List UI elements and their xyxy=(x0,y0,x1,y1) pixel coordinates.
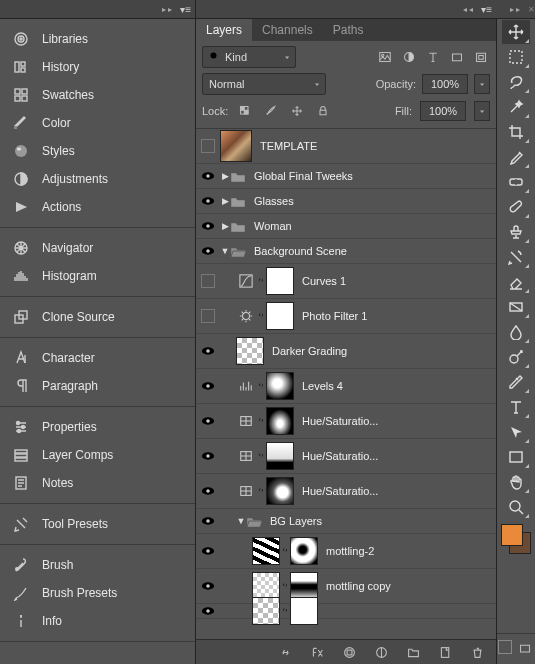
visibility-toggle[interactable] xyxy=(201,274,215,288)
layer-row[interactable]: mottling-2 xyxy=(196,534,496,569)
tool-brush[interactable] xyxy=(502,195,530,219)
disclosure-icon[interactable]: ▶ xyxy=(220,196,230,206)
tool-pen[interactable] xyxy=(502,370,530,394)
quick-mask-icon[interactable] xyxy=(498,640,512,654)
visibility-icon[interactable] xyxy=(201,486,215,496)
tool-magic-wand[interactable] xyxy=(502,95,530,119)
visibility-icon[interactable] xyxy=(201,606,215,616)
layer-row[interactable]: ▶Glasses xyxy=(196,189,496,214)
filter-smart-icon[interactable] xyxy=(472,48,490,66)
tool-gradient[interactable] xyxy=(502,295,530,319)
visibility-icon[interactable] xyxy=(201,171,215,181)
layer-name[interactable]: Global Final Tweeks xyxy=(254,170,353,182)
tab-channels[interactable]: Channels xyxy=(252,19,323,41)
tool-marquee[interactable] xyxy=(502,45,530,69)
tool-zoom[interactable] xyxy=(502,495,530,519)
tool-lasso[interactable] xyxy=(502,70,530,94)
tool-dodge[interactable] xyxy=(502,345,530,369)
layer-thumb[interactable] xyxy=(236,337,264,365)
collapse-icon[interactable]: ▸▸ xyxy=(162,5,174,14)
layer-mask-thumb[interactable] xyxy=(266,407,294,435)
visibility-icon[interactable] xyxy=(201,416,215,426)
visibility-icon[interactable] xyxy=(201,381,215,391)
layer-mask-thumb[interactable] xyxy=(290,597,318,625)
visibility-icon[interactable] xyxy=(201,581,215,591)
layer-style-icon[interactable] xyxy=(308,643,326,661)
delete-layer-icon[interactable] xyxy=(468,643,486,661)
layer-name[interactable]: TEMPLATE xyxy=(260,140,317,152)
layer-name[interactable]: Photo Filter 1 xyxy=(302,310,367,322)
sidebar-item-histogram[interactable]: Histogram xyxy=(0,262,195,290)
filter-type-icon[interactable] xyxy=(424,48,442,66)
layer-tree[interactable]: TEMPLATE▶Global Final Tweeks▶Glasses▶Wom… xyxy=(196,129,496,639)
tool-crop[interactable] xyxy=(502,120,530,144)
tool-hand[interactable] xyxy=(502,470,530,494)
layer-mask-icon[interactable] xyxy=(340,643,358,661)
layer-name[interactable]: Hue/Saturatio... xyxy=(302,415,378,427)
disclosure-icon[interactable]: ▼ xyxy=(220,246,230,256)
lock-transparent-icon[interactable] xyxy=(236,102,254,120)
layer-mask-thumb[interactable] xyxy=(266,267,294,295)
sidebar-item-color[interactable]: Color xyxy=(0,109,195,137)
sidebar-item-tool-presets[interactable]: Tool Presets xyxy=(0,510,195,538)
layer-thumb[interactable] xyxy=(252,572,280,600)
tab-paths[interactable]: Paths xyxy=(323,19,374,41)
layer-mask-thumb[interactable] xyxy=(266,302,294,330)
lock-pixels-icon[interactable] xyxy=(262,102,280,120)
panel-menu-icon[interactable]: ▾≡ xyxy=(180,4,191,15)
sidebar-item-layer-comps[interactable]: Layer Comps xyxy=(0,441,195,469)
tool-shape[interactable] xyxy=(502,445,530,469)
layer-row[interactable]: ▼Background Scene xyxy=(196,239,496,264)
tool-eraser[interactable] xyxy=(502,270,530,294)
layer-row[interactable]: Hue/Saturatio... xyxy=(196,439,496,474)
layer-name[interactable]: Glasses xyxy=(254,195,294,207)
layer-name[interactable]: Darker Grading xyxy=(272,345,347,357)
layer-name[interactable]: Hue/Saturatio... xyxy=(302,450,378,462)
layer-mask-thumb[interactable] xyxy=(266,477,294,505)
sidebar-item-brush-presets[interactable]: Brush Presets xyxy=(0,579,195,607)
lock-position-icon[interactable] xyxy=(288,102,306,120)
layer-name[interactable]: Curves 1 xyxy=(302,275,346,287)
tool-move[interactable] xyxy=(502,20,530,44)
sidebar-item-paragraph[interactable]: Paragraph xyxy=(0,372,195,400)
collapse-icon[interactable]: ▸▸ xyxy=(510,5,522,14)
layer-name[interactable]: Hue/Saturatio... xyxy=(302,485,378,497)
screen-mode-icon[interactable] xyxy=(516,640,534,658)
layer-name[interactable]: mottling copy xyxy=(326,580,391,592)
layer-row[interactable]: ▶Woman xyxy=(196,214,496,239)
visibility-icon[interactable] xyxy=(201,196,215,206)
fill-value[interactable]: 100% xyxy=(420,101,466,121)
layer-name[interactable]: BG Layers xyxy=(270,515,322,527)
layer-thumb[interactable] xyxy=(252,597,280,625)
visibility-icon[interactable] xyxy=(201,546,215,556)
layer-row[interactable]: Hue/Saturatio... xyxy=(196,474,496,509)
lock-all-icon[interactable] xyxy=(314,102,332,120)
sidebar-item-properties[interactable]: Properties xyxy=(0,413,195,441)
opacity-flyout[interactable]: ▾ xyxy=(474,74,490,94)
foreground-color-swatch[interactable] xyxy=(501,524,523,546)
layer-name[interactable]: mottling-2 xyxy=(326,545,374,557)
sidebar-item-swatches[interactable]: Swatches xyxy=(0,81,195,109)
filter-adjust-icon[interactable] xyxy=(400,48,418,66)
tool-healing[interactable] xyxy=(502,170,530,194)
tool-history-brush[interactable] xyxy=(502,245,530,269)
sidebar-item-navigator[interactable]: Navigator xyxy=(0,234,195,262)
collapse-icon[interactable]: ◂◂ xyxy=(463,5,475,14)
layer-row[interactable]: ▶Global Final Tweeks xyxy=(196,164,496,189)
layer-row[interactable]: ▼BG Layers xyxy=(196,509,496,534)
visibility-icon[interactable] xyxy=(201,246,215,256)
sidebar-item-brush[interactable]: Brush xyxy=(0,551,195,579)
tool-blur[interactable] xyxy=(502,320,530,344)
link-layers-icon[interactable] xyxy=(276,643,294,661)
disclosure-icon[interactable]: ▼ xyxy=(236,516,246,526)
sidebar-item-actions[interactable]: Actions xyxy=(0,193,195,221)
visibility-icon[interactable] xyxy=(201,516,215,526)
sidebar-item-history[interactable]: History xyxy=(0,53,195,81)
layer-thumb[interactable] xyxy=(252,537,280,565)
tool-clone-stamp[interactable] xyxy=(502,220,530,244)
new-adjustment-icon[interactable] xyxy=(372,643,390,661)
disclosure-icon[interactable]: ▶ xyxy=(220,221,230,231)
visibility-toggle[interactable] xyxy=(201,139,215,153)
tab-layers[interactable]: Layers xyxy=(196,19,252,41)
sidebar-item-libraries[interactable]: Libraries xyxy=(0,25,195,53)
